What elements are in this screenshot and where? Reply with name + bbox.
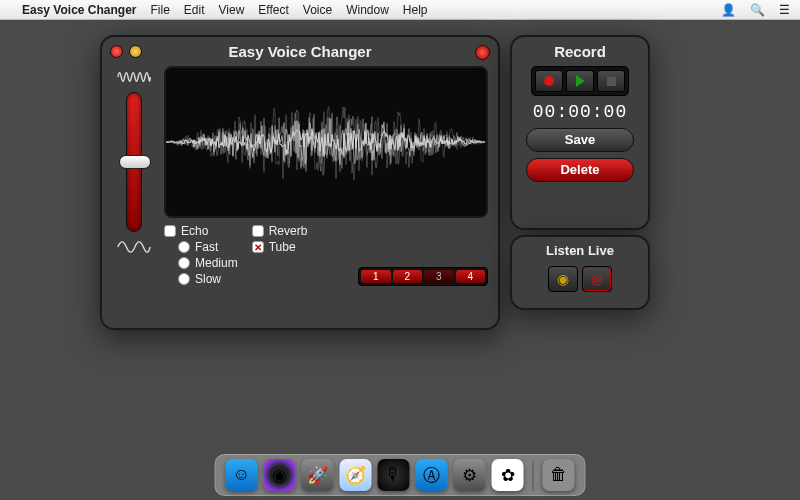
- menu-window[interactable]: Window: [346, 3, 389, 17]
- fast-radio[interactable]: Fast: [178, 240, 238, 254]
- pitch-slider-thumb[interactable]: [119, 155, 151, 169]
- record-button[interactable]: [535, 70, 563, 92]
- menu-voice[interactable]: Voice: [303, 3, 332, 17]
- preset-1[interactable]: 1: [361, 270, 391, 283]
- slow-radio[interactable]: Slow: [178, 272, 238, 286]
- close-button[interactable]: [110, 45, 123, 58]
- timer-display: 00:00:00: [533, 102, 627, 122]
- menubar: Easy Voice Changer File Edit View Effect…: [0, 0, 800, 20]
- dock-finder[interactable]: ☺: [226, 459, 258, 491]
- menu-extras-icon[interactable]: ☰: [779, 3, 790, 17]
- menu-effect[interactable]: Effect: [258, 3, 288, 17]
- listen-speaker-button[interactable]: ◉: [548, 266, 578, 292]
- record-icon: [544, 76, 554, 86]
- preset-4[interactable]: 4: [456, 270, 486, 283]
- stop-icon: [607, 77, 616, 86]
- reverb-checkbox[interactable]: Reverb: [252, 224, 488, 238]
- medium-radio[interactable]: Medium: [178, 256, 238, 270]
- menu-edit[interactable]: Edit: [184, 3, 205, 17]
- dock-siri[interactable]: ◉: [264, 459, 296, 491]
- record-title: Record: [512, 37, 648, 64]
- transport-buttons: [531, 66, 629, 96]
- listen-title: Listen Live: [512, 237, 648, 262]
- tube-label: Tube: [269, 240, 296, 254]
- menu-view[interactable]: View: [219, 3, 245, 17]
- reverb-label: Reverb: [269, 224, 308, 238]
- menu-file[interactable]: File: [151, 3, 170, 17]
- main-title: Easy Voice Changer: [102, 37, 498, 64]
- main-window: Easy Voice Changer Echo Fast: [100, 35, 500, 330]
- app-name[interactable]: Easy Voice Changer: [22, 3, 137, 17]
- headphone-icon: ◎: [591, 271, 603, 287]
- listen-window: Listen Live ◉ ◎: [510, 235, 650, 310]
- dock-system-preferences[interactable]: ⚙: [454, 459, 486, 491]
- speaker-icon: ◉: [557, 271, 569, 287]
- user-icon[interactable]: 👤: [721, 3, 736, 17]
- echo-checkbox[interactable]: Echo: [164, 224, 238, 238]
- slow-label: Slow: [195, 272, 221, 286]
- spotlight-icon[interactable]: 🔍: [750, 3, 765, 17]
- fast-label: Fast: [195, 240, 218, 254]
- save-button[interactable]: Save: [526, 128, 634, 152]
- play-icon: [576, 75, 585, 87]
- dock-separator: [533, 461, 534, 491]
- preset-2[interactable]: 2: [393, 270, 423, 283]
- traffic-lights: [110, 45, 142, 58]
- stop-button[interactable]: [597, 70, 625, 92]
- play-button[interactable]: [566, 70, 594, 92]
- menu-help[interactable]: Help: [403, 3, 428, 17]
- pitch-slider-column: [112, 66, 156, 317]
- waveform-display: [164, 66, 488, 218]
- record-window: Record 00:00:00 Save Delete: [510, 35, 650, 230]
- dock-photos[interactable]: ✿: [492, 459, 524, 491]
- dense-wave-icon: [117, 66, 151, 88]
- expand-button[interactable]: [475, 45, 490, 60]
- effects-row: Echo Fast Medium Slow Reverb ✕Tube 1 2 3…: [164, 224, 488, 286]
- preset-3[interactable]: 3: [424, 270, 454, 283]
- dock-easy-voice-changer[interactable]: 🎙: [378, 459, 410, 491]
- dock-launchpad[interactable]: 🚀: [302, 459, 334, 491]
- pitch-slider[interactable]: [126, 92, 142, 232]
- echo-label: Echo: [181, 224, 208, 238]
- listen-headphone-button[interactable]: ◎: [582, 266, 612, 292]
- dock-trash[interactable]: 🗑: [543, 459, 575, 491]
- delete-button[interactable]: Delete: [526, 158, 634, 182]
- minimize-button[interactable]: [129, 45, 142, 58]
- preset-bar: 1 2 3 4: [358, 267, 488, 286]
- sparse-wave-icon: [117, 236, 151, 258]
- tube-checkbox[interactable]: ✕Tube: [252, 240, 488, 254]
- dock-app-store[interactable]: Ⓐ: [416, 459, 448, 491]
- medium-label: Medium: [195, 256, 238, 270]
- dock: ☺◉🚀🧭🎙Ⓐ⚙✿🗑: [215, 454, 586, 496]
- dock-safari[interactable]: 🧭: [340, 459, 372, 491]
